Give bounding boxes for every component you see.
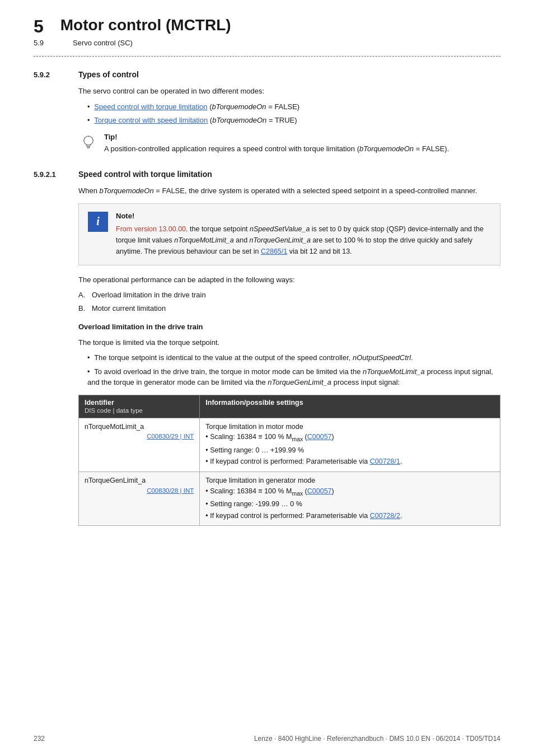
overload-bullet-2: To avoid overload in the drive train, th… [87,366,500,388]
row1-bullet-1: Scaling: 16384 ≡ 100 % Mmax (C00057) [205,432,494,444]
col1-header-label: Identifier [85,399,114,407]
bullet-torque-rest: (bTorquemodeOn = TRUE) [210,116,297,124]
bullet-torque-control: Torque control with speed limitation (bT… [87,115,500,126]
alpha-list: A. Overload limitation in the drive trai… [78,290,500,314]
section-5921-content: When bTorquemodeOn = FALSE, the drive sy… [78,185,500,526]
table-row: nTorqueGenLimit_a C00830/28 | INT Torque… [79,472,500,526]
c00057-link-2[interactable]: C00057 [307,487,332,495]
overload-intro: The torque is limited via the torque set… [78,337,500,348]
tip-content: Tip! A position-controlled application r… [104,133,500,159]
svg-point-0 [84,136,93,145]
section-592: 5.9.2 Types of control The servo control… [34,70,500,158]
col2-header: Information/possible settings [200,395,500,418]
section-592-title: Types of control [78,70,139,79]
bullet-speed-rest: (bTorquemodeOn = FALSE) [209,102,299,111]
row2-info-title: Torque limitation in generator mode [205,477,315,484]
row1-info-cell: Torque limitation in motor mode Scaling:… [200,418,500,472]
section-592-heading: 5.9.2 Types of control [34,70,500,79]
alpha-a-letter: A. [78,291,85,299]
row1-bullet-3: If keypad control is performed: Paramete… [205,456,494,467]
row2-code-link[interactable]: C00830/28 | INT [85,486,194,496]
section-5921-intro: When bTorquemodeOn = FALSE, the drive sy… [78,185,500,197]
overload-bullet-1: The torque setpoint is identical to the … [87,352,500,363]
overload-heading: Overload limitation in the drive train [78,321,500,333]
note-end: via bit 12 and bit 13. [289,248,352,255]
section-5921-number: 5.9.2.1 [34,170,78,179]
row2-bullet-2: Setting range: -199.99 … 0 % [205,499,494,510]
tip-box: Tip! A position-controlled application r… [78,133,500,159]
section-5921-heading: 5.9.2.1 Speed control with torque limita… [34,170,500,179]
footer-page-number: 232 [34,735,45,743]
section-592-number: 5.9.2 [34,71,78,79]
operational-intro: The operational performance can be adapt… [78,274,500,286]
note-body: From version 13.00.00, the torque setpoi… [116,223,491,257]
alpha-b-letter: B. [78,304,85,312]
note-title: Note! [116,212,491,220]
row2-bullet-1: Scaling: 16384 ≡ 100 % Mmax (C00057) [205,486,494,498]
c00728-1-link[interactable]: C00728/1 [370,458,400,465]
footer-doc-info: Lenze · 8400 HighLine · Referenzhandbuch… [254,735,500,743]
row2-bullet-3: If keypad control is performed: Paramete… [205,511,494,521]
row2-identifier-name: nTorqueGenLimit_a [85,475,194,486]
speed-control-link[interactable]: Speed control with torque limitation [94,102,207,111]
section-5921: 5.9.2.1 Speed control with torque limita… [34,170,500,526]
row1-identifier-cell: nTorqueMotLimit_a C00830/29 | INT [79,418,200,472]
subchapter-title: Servo control (SC) [73,39,133,47]
tip-label: Tip! [104,133,500,141]
row1-info-title: Torque limitation in motor mode [205,423,303,431]
row1-bullet-2: Setting range: 0 … +199.99 % [205,445,494,456]
tip-icon [78,133,99,153]
chapter-number: 5 [34,17,44,36]
table-header-row: Identifier DIS code | data type Informat… [79,395,500,418]
row1-bullets: Scaling: 16384 ≡ 100 % Mmax (C00057) Set… [205,432,494,467]
alpha-item-b: B. Motor current limitation [78,303,500,314]
subchapter-row: 5.9 Servo control (SC) [34,39,500,47]
overload-bullets: The torque setpoint is identical to the … [87,352,500,388]
chapter-header: 5 Motor control (MCTRL) [34,17,500,36]
section-592-intro: The servo control can be operated in two… [78,86,500,97]
row1-identifier-name: nTorqueMotLimit_a [85,422,194,432]
row2-identifier-cell: nTorqueGenLimit_a C00830/28 | INT [79,472,200,526]
note-icon: i [88,212,108,232]
c00057-link-1[interactable]: C00057 [307,433,332,441]
parameters-table: Identifier DIS code | data type Informat… [78,395,500,526]
table-row: nTorqueMotLimit_a C00830/29 | INT Torque… [79,418,500,472]
section-divider [34,56,500,57]
row1-code-link[interactable]: C00830/29 | INT [85,432,194,441]
note-content: Note! From version 13.00.00, the torque … [116,212,491,257]
col1-header-sub: DIS code | data type [85,407,143,414]
c2865-link[interactable]: C2865/1 [261,248,287,255]
alpha-b-text: Motor current limitation [92,304,166,312]
section-5921-title: Speed control with torque limitation [78,170,212,179]
torque-control-link[interactable]: Torque control with speed limitation [94,116,208,124]
alpha-item-a: A. Overload limitation in the drive trai… [78,290,500,301]
note-box: i Note! From version 13.00.00, the torqu… [78,203,500,265]
section-592-bullets: Speed control with torque limitation (bT… [87,101,500,126]
row2-bullets: Scaling: 16384 ≡ 100 % Mmax (C00057) Set… [205,486,494,521]
c00728-2-link[interactable]: C00728/2 [370,512,400,520]
note-version: From version 13.00.00, [116,225,188,233]
section-592-content: The servo control can be operated in two… [78,86,500,158]
col1-header: Identifier DIS code | data type [79,395,200,418]
alpha-a-text: Overload limitation in the drive train [92,291,206,299]
row2-info-cell: Torque limitation in generator mode Scal… [200,472,500,526]
subchapter-number: 5.9 [34,39,56,47]
chapter-title: Motor control (MCTRL) [60,17,231,34]
bullet-speed-control: Speed control with torque limitation (bT… [87,101,500,113]
page-footer: 232 Lenze · 8400 HighLine · Referenzhand… [0,735,534,743]
tip-text: A position-controlled application requir… [104,143,500,155]
